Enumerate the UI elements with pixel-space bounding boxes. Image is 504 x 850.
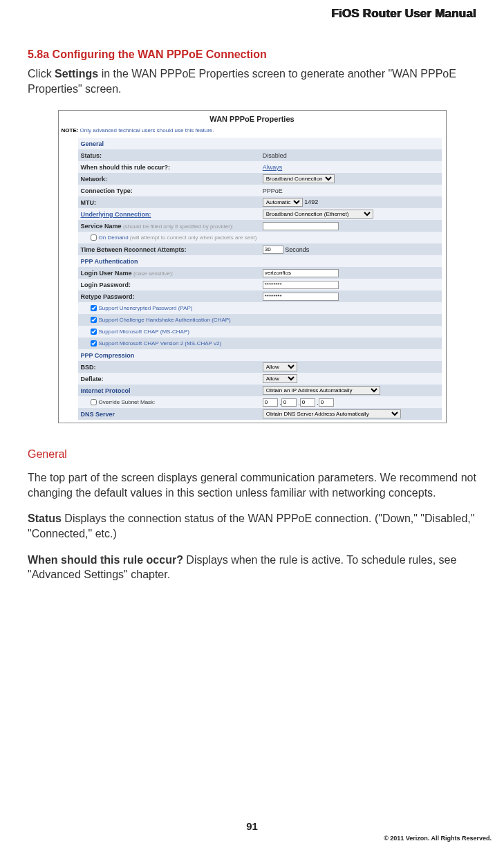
ondemand-hint: (will attempt to connect only when packe… [130, 234, 257, 241]
dns-select[interactable]: Obtain DNS Server Address Automatically [263, 409, 401, 418]
network-label: Network: [78, 173, 260, 185]
section-general: General [78, 138, 442, 149]
underlying-select[interactable]: Broadband Connection (Ethernet) [263, 210, 373, 219]
retype-label: Retype Password: [78, 290, 260, 302]
ondemand-check[interactable] [91, 234, 97, 241]
screenshot-note: NOTE: Only advanced technical users shou… [59, 126, 446, 138]
mschap2-check[interactable] [91, 340, 97, 347]
service-label: Service Name (should be filled only if s… [78, 220, 260, 232]
service-input[interactable] [263, 222, 339, 230]
login-pass-input[interactable] [263, 281, 339, 289]
ondemand-label: On Demand [99, 234, 130, 241]
subnet-octets: . . . [260, 396, 442, 408]
conn-type-label: Connection Type: [78, 185, 260, 196]
copyright: © 2011 Verizon. All Rights Reserved. [384, 835, 492, 842]
section-ppp-auth: PPP Authentication [78, 255, 442, 267]
subnet-oct2[interactable] [281, 398, 297, 407]
pap-label: Support Unencrypted Password (PAP) [99, 305, 193, 311]
bsd-select[interactable]: Allow [263, 362, 297, 371]
mschap-label: Support Microsoft CHAP (MS-CHAP) [99, 329, 189, 335]
mschap-check[interactable] [91, 329, 97, 335]
intro-pre: Click [28, 68, 55, 80]
section-heading: 5.8a Configuring the WAN PPPoE Connectio… [28, 48, 476, 61]
note-label: NOTE: [62, 127, 79, 133]
when-para: When should this rule occur? Displays wh… [28, 553, 476, 582]
when-value-link[interactable]: Always [263, 164, 283, 171]
subnet-check[interactable] [91, 399, 97, 405]
retype-input[interactable] [263, 293, 339, 301]
intro-paragraph: Click Settings in the WAN PPPoE Properti… [28, 66, 476, 96]
mtu-select[interactable]: Automatic [263, 198, 303, 207]
pap-check[interactable] [91, 305, 97, 311]
reconnect-input[interactable] [263, 246, 283, 254]
status-bold: Status [28, 512, 62, 524]
general-para: The top part of the screen displays gene… [28, 470, 476, 500]
chap-check[interactable] [91, 317, 97, 323]
intro-bold: Settings [55, 68, 98, 80]
mschap2-label: Support Microsoft CHAP Version 2 (MS-CHA… [99, 340, 222, 347]
when-label: When should this rule occur?: [78, 161, 260, 173]
properties-table: General Status:Disabled When should this… [78, 138, 442, 420]
when-bold: When should this rule occur? [28, 554, 183, 566]
ip-select[interactable]: Obtain an IP Address Automatically [263, 386, 380, 395]
screenshot-title: WAN PPPoE Properties [59, 111, 446, 126]
underlying-link[interactable]: Underlying Connection: [78, 208, 260, 220]
mtu-num: 1492 [304, 198, 318, 205]
reconnect-unit: Seconds [285, 246, 309, 252]
chap-label: Support Challenge Handshake Authenticati… [99, 317, 231, 323]
subnet-oct1[interactable] [263, 398, 278, 407]
properties-screenshot: WAN PPPoE Properties NOTE: Only advanced… [58, 110, 447, 423]
login-user-label: Login User Name (case sensitive): [78, 267, 260, 279]
conn-type-value: PPPoE [260, 185, 442, 196]
login-pass-label: Login Password: [78, 279, 260, 290]
mtu-label: MTU: [78, 196, 260, 208]
status-para: Status Displays the connection status of… [28, 511, 476, 541]
network-select[interactable]: Broadband Connection [263, 174, 335, 183]
reconnect-label: Time Between Reconnect Attempts: [78, 243, 260, 255]
subnet-oct3[interactable] [300, 398, 315, 407]
subnet-oct4[interactable] [319, 398, 334, 407]
status-value: Disabled [260, 149, 442, 161]
manual-header: FiOS Router User Manual [28, 0, 476, 48]
status-label: Status: [78, 149, 260, 161]
login-user-input[interactable] [263, 269, 339, 277]
page-number: 91 [0, 820, 504, 832]
deflate-label: Deflate: [78, 373, 260, 385]
subnet-label: Override Subnet Mask: [99, 399, 156, 405]
deflate-select[interactable]: Allow [263, 374, 297, 383]
note-text: Only advanced technical users should use… [78, 127, 214, 133]
bsd-label: BSD: [78, 361, 260, 373]
general-heading: General [28, 448, 476, 461]
section-ip: Internet Protocol [78, 385, 260, 396]
status-text: Displays the connection status of the WA… [28, 512, 474, 539]
section-dns: DNS Server [78, 408, 260, 420]
section-ppp-comp: PPP Compression [78, 349, 442, 361]
